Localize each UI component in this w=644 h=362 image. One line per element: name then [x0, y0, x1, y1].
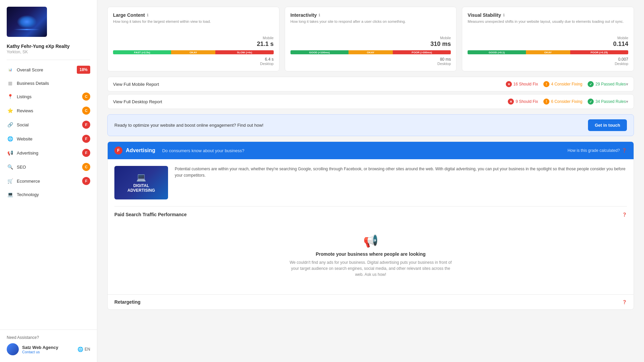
digital-ad-title: DIGITALADVERTISING [127, 183, 155, 193]
social-badge: F [82, 121, 90, 129]
logo-image [17, 15, 37, 28]
large-content-desktop-label: Desktop [113, 62, 274, 66]
sidebar-item-business-details[interactable]: ▦ Business Details [0, 77, 97, 89]
advertising-image: 💻 DIGITALADVERTISING [114, 166, 168, 199]
mobile-should-fix-text: 16 Should Fix [514, 82, 538, 86]
language-selector[interactable]: 🌐 EN [77, 347, 90, 352]
visual-stability-speed-bar: GOOD (<0.1) OKAY POOR (>0.25) [468, 50, 628, 54]
sidebar-item-label: Technology [17, 192, 90, 197]
listings-badge: C [82, 93, 90, 101]
agency-name: Satz Web Agency [22, 345, 58, 350]
grid-icon: ▦ [7, 80, 13, 86]
language-label: EN [85, 347, 90, 352]
retargeting-row: Retargeting ❓ [108, 294, 634, 309]
cta-banner: Ready to optimize your website and boost… [107, 114, 634, 136]
should-fix-icon: ✕ [508, 99, 514, 105]
location-icon: 📍 [7, 93, 13, 100]
ecommerce-badge: F [82, 177, 90, 185]
mobile-report-row[interactable]: View Full Mobile Report ✕ 16 Should Fix … [107, 77, 634, 92]
desktop-passed-badge: ✓ 34 Passed Rules [588, 99, 626, 105]
sidebar-item-label: Ecommerce [17, 179, 82, 184]
okay-segment: OKAY [348, 50, 393, 54]
desktop-should-fix-text: 9 Should Fix [516, 99, 538, 104]
cpu-icon: 💻 [7, 191, 13, 198]
large-content-desc: How long it takes for the largest elemen… [113, 19, 274, 31]
megaphone-icon: 📢 [7, 149, 13, 156]
desktop-report-badges: ✕ 9 Should Fix ! 6 Consider Fixing ✓ 34 … [508, 99, 626, 105]
sidebar-item-website[interactable]: 🌐 Website F [0, 132, 97, 146]
globe-icon: 🌐 [7, 135, 13, 142]
business-name: Kathy Fehr-Yung eXp Realty [0, 44, 97, 50]
advertising-info: 💻 DIGITALADVERTISING Potential customers… [114, 166, 627, 199]
website-badge: F [82, 135, 90, 143]
visual-stability-card: Visual Stability ℹ Measures unexpected s… [462, 7, 634, 71]
sidebar-item-label: Business Details [17, 81, 90, 86]
large-content-mobile-value: 21.1 s [113, 41, 274, 48]
large-content-mobile-label: Mobile [113, 36, 274, 40]
paid-search-info-icon[interactable]: ❓ [622, 213, 627, 217]
visual-stability-mobile-value: 0.114 [468, 41, 628, 48]
metrics-row: Large Content ℹ How long it takes for th… [107, 7, 634, 71]
sidebar-logo [7, 7, 47, 37]
mobile-passed-text: 29 Passed Rules [595, 82, 626, 86]
interactivity-mobile-value: 310 ms [290, 41, 451, 48]
good-segment: GOOD (<100ms) [290, 50, 348, 54]
consider-icon: ! [543, 99, 549, 105]
sidebar-item-seo[interactable]: 🔍 SEO C [0, 160, 97, 174]
okay-segment: OKAY [526, 50, 570, 54]
visual-stability-title: Visual Stability ℹ [468, 12, 628, 18]
sidebar-item-ecommerce[interactable]: 🛒 Ecommerce F [0, 174, 97, 188]
desktop-report-chevron[interactable]: ▾ [626, 99, 628, 104]
visual-stability-info-icon[interactable]: ℹ [503, 13, 504, 17]
visual-stability-desc: Measures unexpected shifts in your websi… [468, 19, 628, 31]
agency-contact-link[interactable]: Contact us [22, 350, 58, 354]
cta-button[interactable]: Get in touch [588, 119, 627, 131]
interactivity-info-icon[interactable]: ℹ [319, 13, 320, 17]
promote-icon: 📢 [363, 234, 378, 248]
sidebar-item-label: Reviews [17, 108, 82, 113]
good-segment: GOOD (<0.1) [468, 50, 526, 54]
retargeting-info-icon[interactable]: ❓ [622, 300, 627, 304]
bar-chart-icon: 📊 [7, 66, 13, 73]
sidebar-item-technology[interactable]: 💻 Technology [0, 188, 97, 201]
sidebar-item-label: SEO [17, 165, 82, 170]
agency-info: Satz Web Agency Contact us 🌐 EN [7, 343, 90, 355]
sidebar-item-reviews[interactable]: ⭐ Reviews C [0, 104, 97, 118]
sidebar-item-overall-score[interactable]: 📊 Overall Score 18% [0, 63, 97, 77]
poor-segment: POOR (>0.25) [570, 50, 628, 54]
advertising-header: F Advertising Do consumers know about yo… [108, 142, 634, 159]
visual-stability-mobile-label: Mobile [468, 36, 628, 40]
search-icon: 🔍 [7, 164, 13, 170]
need-assistance-title: Need Assistance? [7, 335, 90, 340]
digital-ad-icon: 💻 [136, 173, 146, 182]
interactivity-title: Interactivity ℹ [290, 12, 451, 18]
consider-icon: ! [543, 81, 549, 87]
desktop-report-row[interactable]: View Full Desktop Report ✕ 9 Should Fix … [107, 94, 634, 109]
sidebar-item-listings[interactable]: 📍 Listings C [0, 89, 97, 104]
mobile-should-fix-badge: ✕ 16 Should Fix [506, 81, 538, 87]
large-content-title: Large Content ℹ [113, 12, 274, 18]
need-assistance-section: Need Assistance? Satz Web Agency Contact… [0, 329, 97, 355]
mobile-report-chevron[interactable]: ▾ [626, 81, 628, 87]
interactivity-speed-bar: GOOD (<100ms) OKAY POOR (>300ms) [290, 50, 451, 54]
interactivity-card: Interactivity ℹ How long it takes your s… [285, 7, 457, 71]
how-calculated-link[interactable]: How is this grade calculated? ❓ [568, 148, 627, 153]
mobile-consider-text: 4 Consider Fixing [551, 82, 582, 86]
sidebar-item-advertising[interactable]: 📢 Advertising F [0, 146, 97, 160]
sidebar-item-social[interactable]: 🔗 Social F [0, 118, 97, 132]
advertising-grade-badge: F [114, 146, 122, 155]
share-icon: 🔗 [7, 121, 13, 128]
advertising-desc: Potential customers are within your reac… [175, 166, 627, 199]
desktop-passed-text: 34 Passed Rules [595, 99, 626, 104]
slow-segment: SLOW (>4s) [215, 50, 273, 54]
mobile-passed-badge: ✓ 29 Passed Rules [588, 81, 626, 87]
advertising-badge: F [82, 149, 90, 157]
mobile-report-title: View Full Mobile Report [113, 82, 180, 87]
agency-text: Satz Web Agency Contact us [22, 345, 58, 354]
large-content-info-icon[interactable]: ℹ [147, 13, 148, 17]
advertising-header-text: Advertising Do consumers know about your… [126, 147, 244, 154]
sidebar-item-label: Listings [17, 94, 82, 99]
reviews-badge: C [82, 107, 90, 115]
sidebar: Kathy Fehr-Yung eXp Realty Yorkton, SK 📊… [0, 0, 97, 362]
interactivity-mobile-label: Mobile [290, 36, 451, 40]
